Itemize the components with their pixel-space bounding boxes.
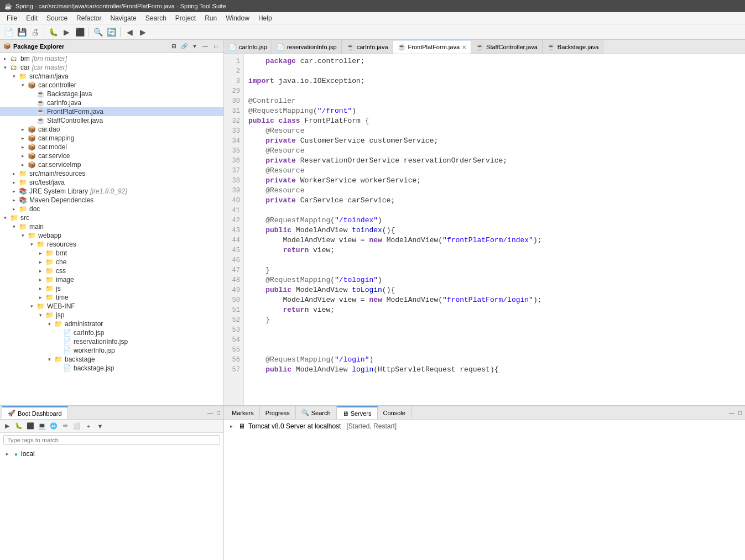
tree-label-staffcontroller-java: StaffController.java [47,117,103,124]
tree-item-frontplatform-java[interactable]: ▸ ☕ FrontPlatForm.java [0,107,223,116]
tree-item-jsp[interactable]: ▾ 📁 jsp [0,311,223,320]
tab-carinfo-jsp[interactable]: 📄 carInfo.jsp [224,40,272,54]
tree-item-car-serviceimp[interactable]: ▸ 📦 car.serviceImp [0,160,223,169]
toolbar-stop[interactable]: ⬛ [74,26,86,38]
view-menu-btn[interactable]: ▼ [190,42,199,51]
add-btn[interactable]: + [84,421,93,431]
collapse-all-btn[interactable]: ⊟ [169,42,178,51]
tree-item-backstage-jsp[interactable]: ▸ 📄 backstage.jsp [0,364,223,373]
menu-edit[interactable]: Edit [22,13,42,23]
menu-search[interactable]: Search [141,13,171,23]
tree-item-time[interactable]: ▸ 📁 time [0,293,223,302]
servers-maximize[interactable]: □ [737,409,743,417]
tree-item-reservationinfo-jsp[interactable]: ▸ 📄 reservationInfo.jsp [0,337,223,346]
console-tab[interactable]: Console [378,406,411,419]
tree-item-bm[interactable]: ▸ 🗂 bm [bm master] [0,54,223,63]
tab-icon-staffcontroller-java: ☕ [476,43,484,51]
tree-item-car-model[interactable]: ▸ 📦 car.model [0,143,223,151]
tree-item-resources[interactable]: ▾ 📁 resources [0,240,223,249]
tree-item-workerinfo-jsp[interactable]: ▸ 📄 workerInfo.jsp [0,346,223,355]
boot-dashboard-search-input[interactable] [3,435,220,445]
tree-item-maven[interactable]: ▸ 📚 Maven Dependencies [0,196,223,205]
boot-dashboard-tab[interactable]: 🚀 Boot Dashboard [2,406,68,419]
tree-item-webapp[interactable]: ▾ 📁 webapp [0,231,223,240]
tab-reservationinfo-jsp[interactable]: 📄 reservationInfo.jsp [272,40,342,54]
tree-item-js[interactable]: ▸ 📁 js [0,284,223,293]
tomcat-server-row[interactable]: ▸ 🖥 Tomcat v8.0 Server at localhost [Sta… [224,421,745,432]
more-btn[interactable]: ▼ [95,421,105,431]
minimize-btn[interactable]: — [201,42,210,51]
link-editor-btn[interactable]: 🔗 [180,42,189,51]
tree-item-administrator[interactable]: ▾ 📁 administrator [0,320,223,328]
tab-staffcontroller-java[interactable]: ☕ StaffController.java [471,40,543,54]
menu-run[interactable]: Run [200,13,221,23]
toolbar-print[interactable]: 🖨 [29,26,41,38]
tab-frontplatform-java[interactable]: ☕ FrontPlatForm.java ✕ [393,40,472,54]
local-server-row[interactable]: ▸ ● local [0,448,223,459]
tree-item-jre[interactable]: ▸ 📚 JRE System Library [jre1.8.0_92] [0,187,223,196]
tab-icon-reservationinfo-jsp: 📄 [277,43,285,51]
tree-item-staffcontroller-java[interactable]: ▸ ☕ StaffController.java [0,116,223,125]
search-tab-label: Search [311,410,331,416]
tree-item-doc[interactable]: ▸ 📁 doc [0,205,223,213]
tree-item-backstage-folder[interactable]: ▾ 📁 backstage [0,355,223,364]
tree-item-src-main-resources[interactable]: ▸ 📁 src/main/resources [0,169,223,178]
tab-label-carinfo-java: carInfo.java [357,44,388,50]
menu-navigate[interactable]: Navigate [106,13,140,23]
toolbar-debug[interactable]: 🐛 [47,26,59,38]
tree-item-image[interactable]: ▸ 📁 image [0,275,223,284]
tree-item-carinfo-jsp[interactable]: ▸ 📄 carInfo.jsp [0,328,223,337]
toolbar-back[interactable]: ◀ [123,26,136,38]
tree-item-src-test-java[interactable]: ▸ 📁 src/test/java [0,178,223,187]
tree-item-src[interactable]: ▾ 📁 src [0,213,223,222]
open-browser-btn[interactable]: 🌐 [49,421,59,431]
tree-item-carinfo-java[interactable]: ▸ ☕ carInfo.java [0,98,223,107]
servers-minimize[interactable]: — [728,409,736,417]
servers-tab[interactable]: 🖥 Servers [337,406,378,419]
toolbar-refresh[interactable]: 🔄 [105,26,117,38]
progress-tab[interactable]: Progress [260,406,296,419]
tree-item-car-dao[interactable]: ▸ 📦 car.dao [0,125,223,134]
folder-icon-resources: 📁 [35,240,45,248]
toolbar-new[interactable]: 📄 [2,26,14,38]
menu-help[interactable]: Help [254,13,277,23]
tab-close-frontplatform[interactable]: ✕ [462,44,466,50]
debug-btn[interactable]: 🐛 [14,421,24,431]
tree-item-car-service[interactable]: ▸ 📦 car.service [0,151,223,160]
boot-dashboard-minimize[interactable]: — [206,409,214,417]
tree-item-css[interactable]: ▸ 📁 css [0,266,223,275]
menu-refactor[interactable]: Refactor [72,13,106,23]
search-tab[interactable]: 🔍 Search [296,406,337,419]
tree-item-che[interactable]: ▸ 📁 che [0,258,223,266]
edit-btn[interactable]: ✏ [60,421,70,431]
tree-extra-bm: [bm master] [32,55,67,62]
toolbar-search[interactable]: 🔍 [92,26,104,38]
start-btn[interactable]: ▶ [2,421,12,431]
tree-item-webinf[interactable]: ▾ 📁 WEB-INF [0,302,223,311]
tree-label-administrator: administrator [65,320,103,328]
tab-carinfo-java[interactable]: ☕ carInfo.java [342,40,393,54]
menu-project[interactable]: Project [171,13,200,23]
tree-item-main[interactable]: ▾ 📁 main [0,222,223,231]
menu-file[interactable]: File [2,13,22,23]
boot-dashboard-maximize[interactable]: □ [216,409,221,417]
menu-window[interactable]: Window [221,13,254,23]
stop-btn[interactable]: ⬛ [25,421,35,431]
tree-item-bmt[interactable]: ▸ 📁 bmt [0,249,223,258]
duplicate-btn[interactable]: ⬜ [72,421,82,431]
toolbar-run[interactable]: ▶ [60,26,72,38]
code-editor[interactable]: package car.controller; import java.io.I… [244,54,745,405]
toolbar-forward[interactable]: ▶ [137,26,149,38]
open-console-btn[interactable]: 💻 [37,421,47,431]
tree-item-src-main-java[interactable]: ▾ 📁 src/main/java [0,72,223,81]
menu-source[interactable]: Source [42,13,72,23]
editor-content[interactable]: 1 2 3 29 30 31 32 33 34 35 36 37 38 39 4… [224,54,745,405]
markers-tab[interactable]: Markers [226,406,260,419]
tree-item-car[interactable]: ▾ 🗂 car [car master] [0,63,223,72]
tree-item-backstage-java[interactable]: ▸ ☕ Backstage.java [0,90,223,98]
tab-backstage-java[interactable]: ☕ Backstage.java [543,40,604,54]
maximize-btn[interactable]: □ [211,42,220,51]
tree-item-car-controller[interactable]: ▾ 📦 car.controller [0,81,223,90]
toolbar-save[interactable]: 💾 [15,26,28,38]
tree-item-car-mapping[interactable]: ▸ 📦 car.mapping [0,134,223,143]
